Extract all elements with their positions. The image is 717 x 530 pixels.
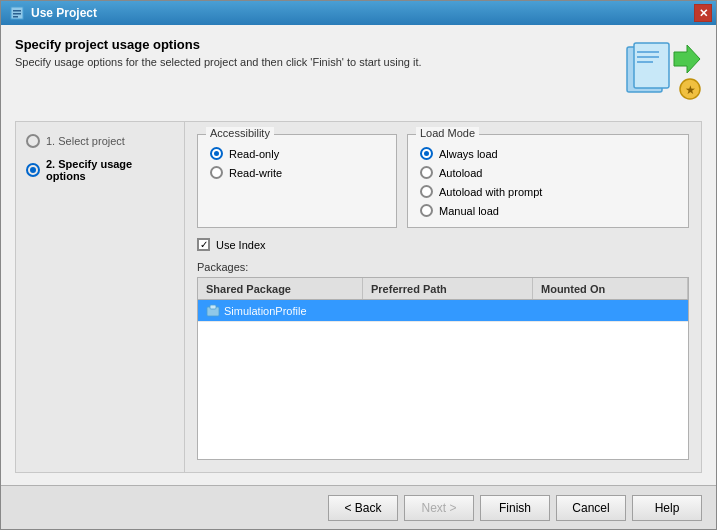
- header-icon: ★: [622, 37, 702, 107]
- autoload-radio[interactable]: [420, 166, 433, 179]
- read-only-radio[interactable]: [210, 147, 223, 160]
- read-only-label: Read-only: [229, 148, 279, 160]
- cancel-button[interactable]: Cancel: [556, 495, 626, 521]
- svg-rect-2: [13, 13, 21, 15]
- svg-rect-1: [13, 10, 21, 12]
- packages-label: Packages:: [197, 261, 689, 273]
- packages-section: Packages: Shared Package Preferred Path …: [197, 261, 689, 460]
- header-subtitle: Specify usage options for the selected p…: [15, 56, 422, 68]
- accessibility-options: Read-only Read-write: [210, 147, 384, 179]
- window-title: Use Project: [31, 6, 97, 20]
- autoload-prompt-radio[interactable]: [420, 185, 433, 198]
- read-write-label: Read-write: [229, 167, 282, 179]
- manual-load-radio[interactable]: [420, 204, 433, 217]
- finish-button[interactable]: Finish: [480, 495, 550, 521]
- accessibility-group: Accessibility Read-only Read-write: [197, 134, 397, 228]
- step-1-radio: [26, 134, 40, 148]
- options-row: Accessibility Read-only Read-write: [197, 134, 689, 228]
- step-2-label: 2. Specify usage options: [46, 158, 174, 182]
- autoload-prompt-label: Autoload with prompt: [439, 186, 542, 198]
- always-load-option[interactable]: Always load: [420, 147, 676, 160]
- svg-rect-7: [637, 56, 659, 58]
- window-icon: [9, 5, 25, 21]
- header-title: Specify project usage options: [15, 37, 422, 52]
- svg-text:★: ★: [685, 83, 696, 97]
- svg-rect-12: [210, 305, 216, 309]
- col-preferred-header: Preferred Path: [363, 278, 533, 299]
- main-content: 1. Select project 2. Specify usage optio…: [15, 121, 702, 473]
- svg-rect-3: [13, 16, 18, 18]
- window-body: Specify project usage options Specify us…: [1, 25, 716, 485]
- autoload-prompt-option[interactable]: Autoload with prompt: [420, 185, 676, 198]
- preferred-cell: [363, 300, 533, 321]
- autoload-option[interactable]: Autoload: [420, 166, 676, 179]
- title-bar: Use Project ✕: [1, 1, 716, 25]
- read-only-option[interactable]: Read-only: [210, 147, 384, 160]
- use-index-checkbox[interactable]: [197, 238, 210, 251]
- always-load-radio[interactable]: [420, 147, 433, 160]
- shared-cell: SimulationProfile: [198, 300, 363, 321]
- manual-load-label: Manual load: [439, 205, 499, 217]
- load-mode-options: Always load Autoload Autoload with promp…: [420, 147, 676, 217]
- manual-load-option[interactable]: Manual load: [420, 204, 676, 217]
- table-body: SimulationProfile: [198, 300, 688, 459]
- autoload-label: Autoload: [439, 167, 482, 179]
- svg-rect-8: [637, 61, 653, 63]
- svg-rect-6: [637, 51, 659, 53]
- header-text: Specify project usage options Specify us…: [15, 37, 422, 68]
- shared-package-name: SimulationProfile: [224, 305, 307, 317]
- svg-rect-5: [634, 43, 669, 88]
- load-mode-group: Load Mode Always load Autoload: [407, 134, 689, 228]
- mounted-cell: [533, 300, 688, 321]
- step-1-item: 1. Select project: [26, 134, 174, 148]
- title-bar-left: Use Project: [9, 5, 97, 21]
- package-icon: [206, 304, 220, 318]
- footer: < Back Next > Finish Cancel Help: [1, 485, 716, 529]
- read-write-radio[interactable]: [210, 166, 223, 179]
- help-button[interactable]: Help: [632, 495, 702, 521]
- project-icon: ★: [622, 37, 702, 107]
- accessibility-label: Accessibility: [206, 127, 274, 139]
- packages-table: Shared Package Preferred Path Mounted On: [197, 277, 689, 460]
- left-panel: 1. Select project 2. Specify usage optio…: [15, 121, 185, 473]
- table-row[interactable]: SimulationProfile: [198, 300, 688, 322]
- table-header: Shared Package Preferred Path Mounted On: [198, 278, 688, 300]
- step-2-item: 2. Specify usage options: [26, 158, 174, 182]
- close-button[interactable]: ✕: [694, 4, 712, 22]
- right-panel: Accessibility Read-only Read-write: [185, 121, 702, 473]
- col-shared-header: Shared Package: [198, 278, 363, 299]
- use-index-row[interactable]: Use Index: [197, 238, 689, 251]
- back-button[interactable]: < Back: [328, 495, 398, 521]
- col-mounted-header: Mounted On: [533, 278, 688, 299]
- read-write-option[interactable]: Read-write: [210, 166, 384, 179]
- step-1-label: 1. Select project: [46, 135, 125, 147]
- use-index-label: Use Index: [216, 239, 266, 251]
- header-section: Specify project usage options Specify us…: [15, 37, 702, 107]
- step-2-radio: [26, 163, 40, 177]
- next-button[interactable]: Next >: [404, 495, 474, 521]
- always-load-label: Always load: [439, 148, 498, 160]
- load-mode-label: Load Mode: [416, 127, 479, 139]
- main-window: Use Project ✕ Specify project usage opti…: [0, 0, 717, 530]
